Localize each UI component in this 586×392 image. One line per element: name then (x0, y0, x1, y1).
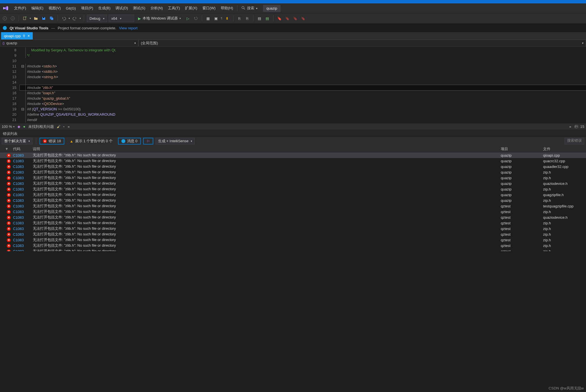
error-row[interactable]: ✕C1083无法打开包括文件: "zlib.h": No such file o… (0, 198, 586, 203)
scope-project-select[interactable]: {}quazip ▾ (0, 40, 138, 47)
bookmark-icon[interactable]: 🔖 (292, 15, 298, 21)
menu-git[interactable]: Git(G) (64, 5, 78, 12)
refresh-button[interactable] (193, 15, 199, 21)
menu-tools[interactable]: 工具(T) (166, 5, 182, 12)
tool-icon[interactable]: ▣ (213, 15, 219, 21)
menu-build[interactable]: 生成(B) (96, 5, 113, 12)
error-row[interactable]: ✕C1083无法打开包括文件: "zlib.h": No such file o… (0, 164, 586, 169)
bookmark-icon[interactable]: 🔖 (276, 15, 283, 21)
tool-icon[interactable]: ▤ (256, 15, 263, 21)
menu-analyze[interactable]: 分析(N) (148, 5, 165, 12)
error-row[interactable]: ✕C1083无法打开包括文件: "zlib.h": No such file o… (0, 175, 586, 181)
separator: — (51, 26, 55, 30)
code-line[interactable] (20, 80, 586, 85)
errors-toggle[interactable]: ✕错误 18 (40, 138, 64, 144)
col-project[interactable]: 项目 (498, 146, 541, 152)
error-row[interactable]: ✕C1083无法打开包括文件: "zlib.h": No such file o… (0, 192, 586, 198)
error-row[interactable]: ✕C1083无法打开包括文件: "zlib.h": No such file o… (0, 209, 586, 214)
new-item-button[interactable] (22, 15, 28, 21)
nav-forward-button[interactable] (10, 15, 16, 21)
code-line[interactable]: #include "ioapi.h" (20, 90, 586, 96)
bookmark-icon[interactable]: 🔖 (284, 15, 290, 21)
error-row[interactable]: ✕C1083无法打开包括文件: "zlib.h": No such file o… (0, 214, 586, 220)
code-line[interactable]: ⊟#if (QT_VERSION >= 0x050100) (20, 106, 586, 112)
col-desc[interactable]: 说明 (30, 146, 498, 152)
file-tab-qioapi[interactable]: qioapi.cpp ⚲ ✕ (1, 32, 33, 40)
zoom-control[interactable]: 100 % ▾ (2, 124, 15, 129)
code-lens-icon[interactable]: ◆ (18, 124, 20, 129)
menu-test[interactable]: 测试(S) (131, 5, 147, 12)
pin-icon[interactable]: ⚲ (23, 34, 25, 38)
col-code[interactable]: 代码 (11, 146, 30, 152)
tool-icon[interactable]: ▦ (205, 15, 211, 21)
svg-rect-4 (23, 17, 26, 20)
error-row[interactable]: ✕C1083无法打开包括文件: "zlib.h": No such file o… (0, 169, 586, 175)
undo-button[interactable] (61, 15, 67, 21)
code-line[interactable]: #include "zlib.h" (20, 85, 586, 90)
menu-debug[interactable]: 调试(D) (113, 5, 130, 12)
warnings-toggle[interactable]: ▲展示 1 个警告中的 0 个 (67, 138, 116, 144)
source-filter-select[interactable]: 生成 + IntelliSense▾ (156, 138, 195, 144)
error-search-input[interactable]: 搜索错误 (565, 138, 584, 144)
code-line[interactable]: */ (20, 53, 586, 58)
error-icon: ✕ (7, 216, 11, 220)
code-line[interactable]: ⊟#include <stdio.h> (20, 63, 586, 69)
tool-icon[interactable]: ▤ (264, 15, 270, 21)
code-line[interactable]: #endif (20, 117, 586, 122)
open-file-button[interactable] (33, 15, 39, 21)
error-row[interactable]: ✕C1083无法打开包括文件: "zlib.h": No such file o… (0, 220, 586, 226)
error-row[interactable]: ✕C1083无法打开包括文件: "zlib.h": No such file o… (0, 186, 586, 192)
config-select[interactable]: Debug▾ (87, 15, 107, 22)
error-scope-select[interactable]: 整个解决方案▾ (2, 138, 32, 144)
build-filter-toggle[interactable]: ⚐ (143, 138, 153, 144)
code-line[interactable]: Modified by Sergey A. Tachenov to integr… (20, 47, 586, 53)
nav-back-button[interactable] (2, 15, 8, 21)
error-row[interactable]: ✕C1083无法打开包括文件: "zlib.h": No such file o… (0, 226, 586, 231)
tool-icon[interactable]: ⬍ (224, 15, 230, 21)
messages-toggle[interactable]: 消息 0 (118, 138, 141, 144)
brush-icon[interactable]: 🖌 (57, 124, 60, 129)
error-row[interactable]: ✕C1083无法打开包括文件: "zlib.h": No such file o… (0, 243, 586, 248)
tool-icon[interactable]: ⎘ (244, 15, 250, 21)
menu-window[interactable]: 窗口(W) (200, 5, 218, 12)
menu-project[interactable]: 项目(P) (79, 5, 95, 12)
error-row[interactable]: ✕C1083无法打开包括文件: "zlib.h": No such file o… (0, 237, 586, 243)
error-row[interactable]: ✕C1083无法打开包括文件: "zlib.h": No such file o… (0, 181, 586, 186)
code-editor[interactable]: 89101112131415161718192021 Modified by S… (0, 47, 586, 123)
code-line[interactable]: #define QUAZIP_QSAVEFILE_BUG_WORKAROUND (20, 112, 586, 117)
error-row[interactable]: ✕C1083无法打开包括文件: "zlib.h": No such file o… (0, 248, 586, 251)
error-row[interactable]: ✕C1083无法打开包括文件: "zlib.h": No such file o… (0, 231, 586, 237)
view-report-link[interactable]: View report (119, 26, 138, 30)
bookmark-icon[interactable]: 🔖 (300, 15, 306, 21)
code-area[interactable]: Modified by Sergey A. Tachenov to integr… (20, 47, 586, 123)
code-line[interactable]: #include <string.h> (20, 74, 586, 80)
error-table-body[interactable]: ✕C1083无法打开包括文件: "zlib.h": No such file o… (0, 152, 586, 251)
code-line[interactable]: #include <QIODevice> (20, 101, 586, 106)
save-button[interactable] (41, 15, 47, 21)
code-line[interactable]: #include "quazip_global.h" (20, 96, 586, 101)
code-line[interactable]: #include <stdlib.h> (20, 69, 586, 74)
start-without-debug-button[interactable]: ▷ (185, 15, 191, 21)
code-line[interactable] (20, 58, 586, 63)
menu-extensions[interactable]: 扩展(X) (183, 5, 199, 12)
error-row[interactable]: ✕C1083无法打开包括文件: "zlib.h": No such file o… (0, 203, 586, 209)
vs-logo-icon (3, 5, 8, 11)
quick-search[interactable]: 搜索 ▾ (239, 5, 260, 12)
menu-edit[interactable]: 编辑(E) (29, 5, 46, 12)
scope-member-select[interactable]: (全局范围) ▾ (138, 40, 586, 47)
col-file[interactable]: 文件 (541, 146, 586, 152)
error-row[interactable]: ✕C1083无法打开包括文件: "zlib.h": No such file o… (0, 152, 586, 158)
solution-name-box[interactable]: quazip (263, 5, 281, 12)
platform-select[interactable]: x64▾ (109, 15, 134, 22)
filter-icon[interactable]: ▼ (5, 147, 8, 151)
close-icon[interactable]: ✕ (27, 34, 30, 38)
tool-icon[interactable]: ⎘ (236, 15, 242, 21)
redo-button[interactable] (72, 15, 78, 21)
menu-help[interactable]: 帮助(H) (218, 5, 235, 12)
error-row[interactable]: ✕C1083无法打开包括文件: "zlib.h": No such file o… (0, 158, 586, 164)
save-all-button[interactable] (49, 15, 55, 21)
menu-view[interactable]: 视图(V) (46, 5, 63, 12)
start-debug-button[interactable]: ▶ 本地 Windows 调试器 ▾ (136, 15, 183, 22)
error-icon: ✕ (7, 221, 11, 225)
menu-file[interactable]: 文件(F) (12, 5, 29, 12)
